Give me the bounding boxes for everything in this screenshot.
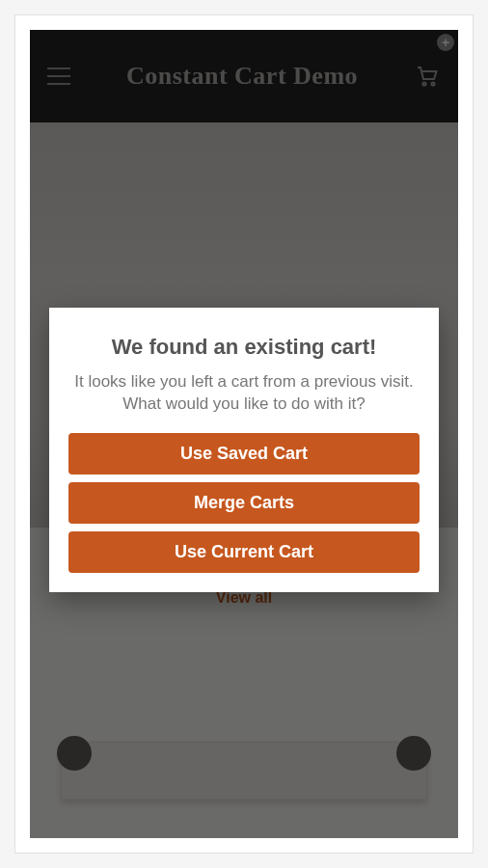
use-current-cart-button[interactable]: Use Current Cart [68,531,420,573]
app-screen: Constant Cart Demo + Tools View all We f… [30,30,458,838]
modal-description: It looks like you left a cart from a pre… [68,371,420,416]
use-saved-cart-button[interactable]: Use Saved Cart [68,433,420,475]
existing-cart-modal: We found an existing cart! It looks like… [49,308,439,592]
merge-carts-button[interactable]: Merge Carts [68,482,420,524]
modal-title: We found an existing cart! [68,335,420,360]
device-frame: Constant Cart Demo + Tools View all We f… [15,15,473,853]
